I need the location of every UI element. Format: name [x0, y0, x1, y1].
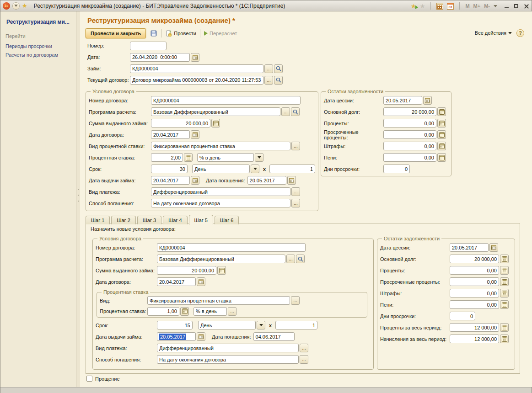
overdue-days-field[interactable]: 0 [383, 165, 410, 173]
minimize-button[interactable] [505, 4, 509, 8]
calc-button[interactable] [500, 266, 509, 275]
calc-button[interactable] [500, 300, 509, 309]
issue-date-field[interactable]: 20.04.2017 [151, 176, 190, 185]
memory-m-button[interactable]: M [465, 3, 469, 9]
new-contract-number-field[interactable]: КД0000004 [157, 243, 306, 252]
program-select-button[interactable]: ... [281, 107, 290, 116]
date-field[interactable]: 26.04.2020 0:00:00 [130, 53, 190, 62]
overdue-interest-field[interactable]: 0,00 [450, 277, 499, 286]
period-interest-field[interactable]: 12 000,00 [450, 323, 499, 332]
fines-field[interactable]: 0,00 [383, 142, 436, 150]
date-picker-button[interactable] [423, 96, 432, 105]
sidebar-splitter[interactable] [76, 11, 80, 387]
memory-mplus-button[interactable]: M+ [473, 3, 481, 9]
calc-button[interactable] [437, 119, 446, 127]
penalties-field[interactable]: 0,00 [383, 153, 436, 162]
calc-button[interactable] [500, 323, 509, 332]
date-picker-button[interactable] [191, 130, 199, 139]
calc-program-field[interactable]: Базовая Диффиренцированный [151, 107, 280, 116]
new-calc-program-field[interactable]: Базовая Диффиренцированный [157, 255, 285, 263]
post-button[interactable]: Провести [165, 29, 197, 38]
due-date-field[interactable]: 20.05.2017 [247, 176, 286, 185]
new-repayment-method-field[interactable]: На дату окончания договора [157, 355, 299, 364]
memory-mminus-button[interactable]: M- [484, 3, 490, 9]
tab-step-6[interactable]: Шаг 6 [215, 216, 239, 224]
tab-step-1[interactable]: Шаг 1 [86, 216, 110, 224]
repayment-method-select-button[interactable]: ... [300, 355, 308, 364]
add-favorite-icon[interactable]: ★ [411, 3, 416, 10]
contract-select-button[interactable]: ... [264, 76, 273, 85]
maximize-button[interactable] [514, 4, 518, 8]
recalculate-button[interactable]: Перерасчет [203, 29, 238, 38]
new-contract-date-field[interactable]: 20.04.2017 [157, 277, 196, 286]
save-button[interactable] [149, 29, 159, 38]
calc-button[interactable] [437, 153, 446, 162]
term-unit-dropdown-button[interactable] [257, 321, 265, 329]
new-term-field[interactable]: 15 [157, 321, 193, 329]
new-interest-rate-field[interactable]: 1,00 [147, 307, 179, 316]
cession-date-field[interactable]: 20.05.2017 [383, 96, 422, 105]
new-rate-unit-field[interactable]: % в день [193, 307, 227, 316]
main-menu-button[interactable] [12, 2, 20, 10]
calculator-icon[interactable] [436, 3, 443, 10]
post-and-close-button[interactable]: Провести и закрыть [86, 28, 146, 38]
overdue-interest-field[interactable]: 0,00 [383, 130, 436, 139]
date-picker-button[interactable] [191, 53, 199, 62]
contract-number-field[interactable]: КД0000004 [151, 96, 301, 105]
penalties-field[interactable]: 0,00 [450, 300, 499, 309]
new-term-unit-combo[interactable]: День [198, 321, 256, 329]
date-picker-button[interactable] [197, 332, 205, 341]
new-loan-amount-field[interactable]: 20 000,00 [157, 266, 216, 275]
loan-open-button[interactable] [274, 64, 283, 73]
interest-rate-field[interactable]: 2,00 [151, 153, 183, 162]
term-unit-combo[interactable]: День [192, 165, 250, 173]
calc-button[interactable] [500, 289, 509, 297]
rate-unit-select-button[interactable]: ... [228, 307, 236, 316]
rate-unit-dropdown-button[interactable] [255, 153, 263, 162]
tab-step-5[interactable]: Шаг 5 [189, 215, 213, 225]
calc-button[interactable] [500, 277, 509, 286]
date-picker-button[interactable] [287, 176, 296, 185]
tab-step-4[interactable]: Шаг 4 [163, 216, 187, 224]
tab-step-2[interactable]: Шаг 2 [111, 216, 135, 224]
calc-button[interactable] [437, 107, 446, 116]
program-select-button[interactable]: ... [286, 255, 295, 263]
period-accruals-field[interactable]: 12 000,00 [450, 335, 499, 343]
calc-button[interactable] [500, 335, 509, 343]
contract-date-field[interactable]: 20.04.2017 [151, 130, 190, 139]
program-open-button[interactable] [291, 107, 300, 116]
term-field[interactable]: 30 [151, 165, 188, 173]
cession-date-field[interactable]: 20.05.2017 [450, 243, 489, 252]
forgiveness-checkbox[interactable] [86, 376, 92, 382]
term-multiplier-field[interactable]: 1 [269, 165, 315, 173]
new-term-multiplier-field[interactable]: 1 [275, 321, 317, 329]
date-picker-button[interactable] [191, 176, 199, 185]
principal-field[interactable]: 20 000,00 [383, 107, 436, 116]
rate-type-field[interactable]: Фиксированная процентная ставка [151, 142, 290, 150]
rate-type-select-button[interactable]: ... [291, 142, 300, 150]
calc-button[interactable] [500, 255, 509, 263]
calc-button[interactable] [217, 266, 226, 275]
rate-type-select-button[interactable]: ... [291, 296, 300, 305]
interest-field[interactable]: 0,00 [450, 266, 499, 275]
date-picker-button[interactable] [197, 277, 205, 286]
new-rate-type-field[interactable]: Фиксированная процентная ставка [147, 296, 290, 305]
loan-select-button[interactable]: ... [264, 64, 273, 73]
sidebar-link-overdue-periods[interactable]: Периоды просрочки [5, 43, 76, 49]
program-open-button[interactable] [296, 255, 305, 263]
help-button[interactable]: ? [516, 29, 524, 37]
repayment-method-select-button[interactable]: ... [291, 199, 300, 207]
number-field[interactable] [130, 42, 167, 50]
calendar-icon[interactable]: 31 [447, 3, 454, 10]
chevron-down-icon[interactable] [494, 5, 497, 7]
rate-calc-button[interactable] [184, 153, 193, 162]
calc-button[interactable] [437, 142, 446, 150]
calc-button[interactable] [437, 130, 446, 139]
interest-field[interactable]: 0,00 [383, 119, 436, 127]
payment-type-select-button[interactable]: ... [300, 344, 308, 352]
calc-button[interactable] [180, 307, 189, 316]
term-unit-dropdown-button[interactable] [251, 165, 259, 173]
new-issue-date-field[interactable]: 20.05.2017 [157, 332, 196, 341]
loan-field[interactable]: КД0000004 [130, 64, 263, 73]
rate-unit-combo[interactable]: % в день [197, 153, 254, 162]
